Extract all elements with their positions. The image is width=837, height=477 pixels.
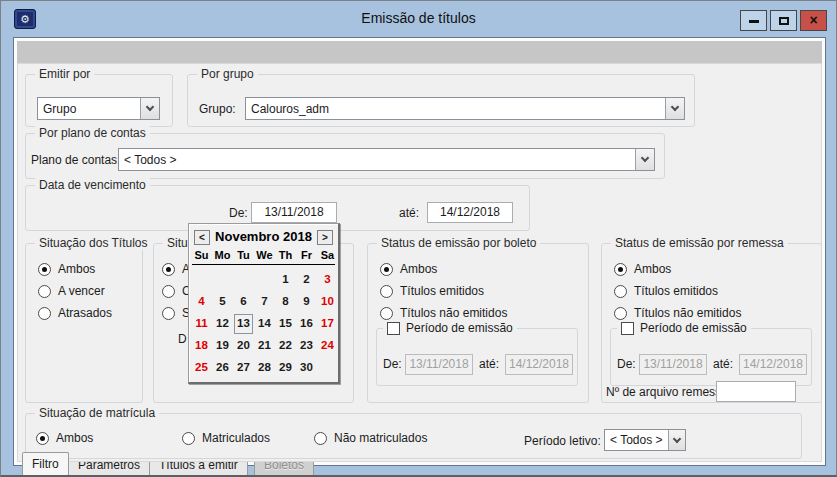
status-boleto-radios-option-1[interactable]: Títulos emitidos (380, 280, 507, 302)
radio-icon[interactable] (38, 307, 51, 320)
periodo-emissao-label: Período de emissão (640, 321, 747, 335)
calendar-day[interactable]: 27 (233, 357, 254, 379)
periodo-emissao-checkbox[interactable] (387, 322, 400, 335)
periodo-emissao-checkbox[interactable] (621, 322, 634, 335)
radio-icon[interactable] (162, 307, 175, 320)
radio-label: Ambos (58, 262, 95, 276)
radio-icon[interactable] (36, 432, 49, 445)
calendar-day[interactable]: 26 (212, 357, 233, 379)
groupbox-status-boleto: Status de emissão por boleto AmbosTítulo… (367, 243, 589, 403)
radio-icon[interactable] (380, 285, 393, 298)
combo-value: < Todos > (605, 433, 668, 447)
radio-icon[interactable] (614, 263, 627, 276)
radio-label: Títulos não emitidos (634, 306, 741, 320)
chevron-down-icon[interactable] (665, 98, 684, 119)
calendar-day[interactable]: 18 (191, 335, 212, 357)
data-vencimento-de-input[interactable]: 13/11/2018 (251, 202, 337, 223)
calendar-day[interactable]: 3 (317, 269, 338, 291)
calendar-day[interactable]: 7 (254, 291, 275, 313)
calendar-day[interactable]: 1 (275, 269, 296, 291)
arquivo-remessa-input[interactable] (716, 381, 796, 402)
close-icon: × (801, 12, 826, 28)
maximize-button[interactable] (770, 10, 797, 31)
periodo-ate-input: 14/12/2018 (739, 354, 807, 375)
calendar-day[interactable]: 21 (254, 335, 275, 357)
calendar-day[interactable]: 9 (296, 291, 317, 313)
calendar-day[interactable]: 10 (317, 291, 338, 313)
calendar-day[interactable]: 6 (233, 291, 254, 313)
close-button[interactable]: × (800, 10, 827, 31)
date-picker-calendar[interactable]: < Novembro 2018 > SuMoTuWeThFrSa 1234567… (188, 223, 340, 384)
radio-label: Ambos (400, 262, 437, 276)
plano-de-contas-combo[interactable]: < Todos > (118, 148, 655, 171)
matricula-option-nao-matriculados[interactable]: Não matriculados (314, 431, 427, 445)
radio-icon[interactable] (162, 285, 175, 298)
matricula-option-ambos[interactable]: Ambos (36, 431, 93, 445)
situacao-titulos-radios-option-2[interactable]: Atrasados (38, 302, 112, 324)
tab-filtro[interactable]: Filtro (22, 452, 69, 475)
weekday-label: We (254, 249, 275, 261)
radio-icon[interactable] (614, 307, 627, 320)
groupbox-status-remessa: Status de emissão por remessa AmbosTítul… (601, 243, 822, 403)
matricula-option-matriculados[interactable]: Matriculados (182, 431, 270, 445)
radio-icon[interactable] (38, 285, 51, 298)
periodo-ate-input: 14/12/2018 (505, 354, 573, 375)
calendar-day[interactable]: 19 (212, 335, 233, 357)
calendar-day[interactable]: 20 (233, 335, 254, 357)
de-label: De: (383, 357, 402, 371)
calendar-day[interactable]: 30 (296, 357, 317, 379)
calendar-next-button[interactable]: > (317, 230, 333, 245)
calendar-day[interactable]: 2 (296, 269, 317, 291)
calendar-day[interactable]: 4 (191, 291, 212, 313)
radio-label: Títulos não emitidos (400, 306, 507, 320)
calendar-day[interactable]: 16 (296, 313, 317, 335)
calendar-day[interactable]: 11 (191, 313, 212, 335)
emitir-por-combo[interactable]: Grupo (37, 97, 160, 120)
radio-icon[interactable] (182, 432, 195, 445)
calendar-day[interactable]: 13 (233, 313, 254, 335)
chevron-down-icon[interactable] (635, 149, 654, 170)
weekday-label: Th (275, 249, 296, 261)
plano-de-contas-label: Plano de contas: (31, 153, 120, 167)
situacao-titulos-radios-option-1[interactable]: A vencer (38, 280, 112, 302)
radio-icon[interactable] (38, 263, 51, 276)
radio-icon[interactable] (314, 432, 327, 445)
group-label: Situação dos Títulos (35, 236, 152, 250)
calendar-day[interactable]: 24 (317, 335, 338, 357)
status-remessa-radios-option-0[interactable]: Ambos (614, 258, 741, 280)
calendar-day[interactable]: 5 (212, 291, 233, 313)
combo-value: Calouros_adm (246, 102, 665, 116)
chevron-down-icon[interactable] (140, 98, 159, 119)
ate-label: até: (479, 357, 499, 371)
radio-icon[interactable] (162, 263, 175, 276)
situacao-titulos-radios-option-0[interactable]: Ambos (38, 258, 112, 280)
calendar-day[interactable]: 28 (254, 357, 275, 379)
calendar-day[interactable]: 8 (275, 291, 296, 313)
radio-icon[interactable] (380, 307, 393, 320)
titlebar[interactable]: ⚙ Emissão de títulos × (1, 1, 836, 37)
calendar-day[interactable]: 14 (254, 313, 275, 335)
maximize-icon (779, 17, 789, 25)
radio-icon[interactable] (380, 263, 393, 276)
calendar-day[interactable]: 29 (275, 357, 296, 379)
group-label: Emitir por (35, 67, 94, 81)
calendar-day[interactable]: 17 (317, 313, 338, 335)
calendar-day[interactable]: 12 (212, 313, 233, 335)
situacao-titulos-radios: AmbosA vencerAtrasados (38, 258, 112, 324)
status-boleto-radios-option-0[interactable]: Ambos (380, 258, 507, 280)
group-label: Por grupo (197, 67, 258, 81)
data-vencimento-ate-input[interactable]: 14/12/2018 (427, 202, 513, 223)
chevron-down-icon[interactable] (668, 430, 685, 450)
arquivo-remessa-label: Nº de arquivo remessa: (606, 385, 731, 399)
radio-icon[interactable] (614, 285, 627, 298)
calendar-day[interactable]: 22 (275, 335, 296, 357)
calendar-day[interactable]: 15 (275, 313, 296, 335)
periodo-letivo-combo[interactable]: < Todos > (604, 429, 686, 451)
calendar-day[interactable]: 25 (191, 357, 212, 379)
calendar-day[interactable]: 23 (296, 335, 317, 357)
grupo-combo[interactable]: Calouros_adm (245, 97, 685, 120)
minimize-button[interactable] (740, 10, 767, 31)
periodo-emissao-label: Período de emissão (406, 321, 513, 335)
group-label: Data de vencimento (35, 178, 150, 192)
status-remessa-radios-option-1[interactable]: Títulos emitidos (614, 280, 741, 302)
